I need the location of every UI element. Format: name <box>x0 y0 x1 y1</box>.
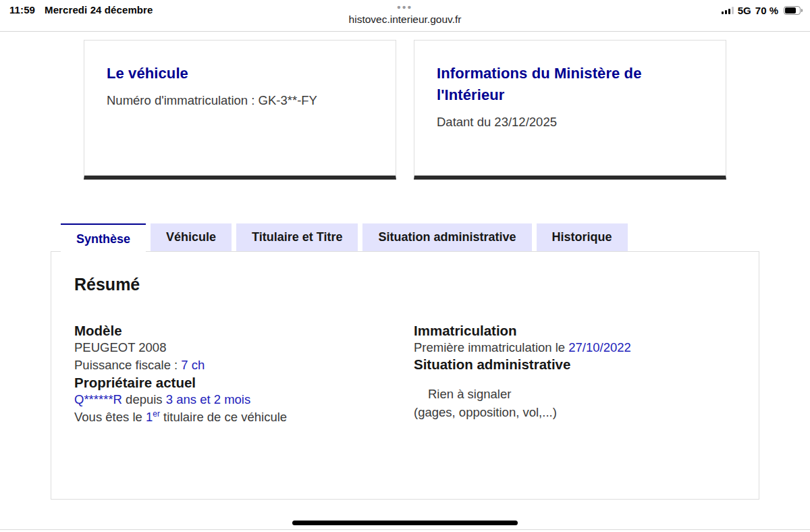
model-heading: Modèle <box>74 323 414 339</box>
tab-synthese[interactable]: Synthèse <box>61 223 146 253</box>
bottom-divider <box>0 529 810 530</box>
registration-line: Première immatriculation le 27/10/2022 <box>414 339 736 356</box>
synthese-panel: Résumé Modèle PEUGEOT 2008 Puissance fis… <box>51 251 759 500</box>
ministry-card: Informations du Ministère de l'Intérieur… <box>414 40 726 180</box>
holder-suffix: titulaire de ce véhicule <box>160 410 287 424</box>
owner-heading: Propriétaire actuel <box>74 375 414 391</box>
panel-columns: Modèle PEUGEOT 2008 Puissance fiscale : … <box>74 323 736 426</box>
report-tabs: Synthèse Véhicule Titulaire et Titre Sit… <box>61 223 628 253</box>
status-bar: 11:59 Mercredi 24 décembre ••• histovec.… <box>0 0 810 32</box>
battery-percent: 70 % <box>755 5 778 16</box>
fiscal-power-value: 7 ch <box>181 358 205 372</box>
fiscal-power-label: Puissance fiscale : <box>74 358 181 372</box>
right-column: Immatriculation Première immatriculation… <box>414 323 736 426</box>
battery-icon <box>784 6 801 15</box>
panel-title: Résumé <box>74 275 736 294</box>
owner-since-value: 3 ans et 2 mois <box>166 392 250 406</box>
ministry-card-title: Informations du Ministère de l'Intérieur <box>437 63 680 106</box>
home-indicator[interactable] <box>292 521 518 525</box>
vehicle-card-title: Le véhicule <box>107 63 350 84</box>
address-bar[interactable]: histovec.interieur.gouv.fr <box>0 14 810 26</box>
tab-titulaire-et-titre[interactable]: Titulaire et Titre <box>236 223 358 251</box>
model-name: PEUGEOT 2008 <box>74 339 414 356</box>
status-center: ••• histovec.interieur.gouv.fr <box>0 3 810 26</box>
registration-heading: Immatriculation <box>414 323 736 339</box>
vehicle-card-plate: Numéro d'immatriculation : GK-3**-FY <box>107 93 373 108</box>
situation-status: Rien à signaler <box>414 385 736 403</box>
cellular-signal-icon <box>722 7 734 14</box>
summary-cards: Le véhicule Numéro d'immatriculation : G… <box>84 40 726 180</box>
network-type: 5G <box>738 5 751 16</box>
holder-ordinal-suffix: er <box>153 409 160 419</box>
holder-line: Vous êtes le 1er titulaire de ce véhicul… <box>74 408 414 426</box>
situation-heading: Situation administrative <box>414 356 736 373</box>
holder-prefix: Vous êtes le <box>74 410 146 424</box>
owner-line: Q******R depuis 3 ans et 2 mois <box>74 391 414 408</box>
owner-code: Q******R <box>74 392 122 406</box>
tab-situation-administrative[interactable]: Situation administrative <box>362 223 531 251</box>
vehicle-card: Le véhicule Numéro d'immatriculation : G… <box>84 40 396 180</box>
situation-note: (gages, opposition, vol,...) <box>414 404 736 421</box>
page-dots-icon[interactable]: ••• <box>0 3 810 11</box>
left-column: Modèle PEUGEOT 2008 Puissance fiscale : … <box>74 323 414 426</box>
fiscal-power-line: Puissance fiscale : 7 ch <box>74 356 414 374</box>
owner-since-label: depuis <box>122 392 166 406</box>
registration-label: Première immatriculation le <box>414 340 568 354</box>
status-right: 5G 70 % <box>722 5 801 16</box>
ministry-card-date: Datant du 23/12/2025 <box>437 115 703 130</box>
registration-date: 27/10/2022 <box>568 340 631 354</box>
tab-historique[interactable]: Historique <box>537 223 628 251</box>
tab-vehicule[interactable]: Véhicule <box>151 223 232 251</box>
holder-number: 1 <box>146 410 153 424</box>
